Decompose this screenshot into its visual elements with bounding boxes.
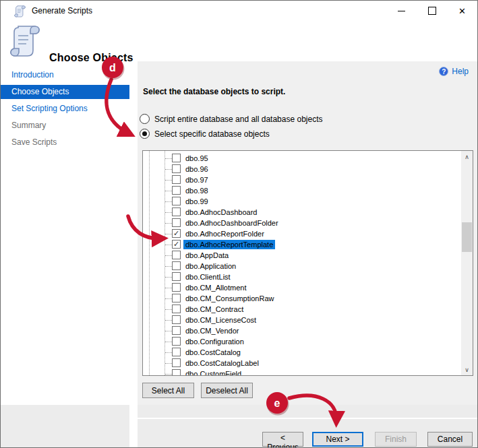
footer-bar: < Previous Next > Finish Cancel: [1, 405, 477, 447]
cancel-button[interactable]: Cancel: [427, 432, 473, 447]
sidebar-item-set-scripting-options[interactable]: Set Scripting Options: [1, 102, 129, 116]
next-button[interactable]: Next >: [312, 432, 363, 447]
tree-connector-stub: [165, 309, 172, 310]
tree-item-row[interactable]: dbo.CostCatalogLabel: [143, 358, 460, 369]
checkbox[interactable]: [172, 218, 181, 227]
tree-item-label: dbo.97: [183, 175, 210, 185]
tree-connector-stub: [165, 223, 172, 224]
checkbox[interactable]: [172, 175, 181, 184]
radio-button[interactable]: [140, 114, 150, 124]
tree-connector-stub: [165, 201, 172, 202]
tree-item-label: dbo.CM_Allotment: [183, 283, 249, 292]
scroll-down-button[interactable]: ∨: [461, 364, 473, 375]
checkbox[interactable]: [172, 294, 181, 302]
radio-option-2[interactable]: Select specific database objects: [140, 129, 270, 139]
tree-connector-stub: [165, 298, 172, 299]
tree-item-row[interactable]: dbo.CM_LicenseCost: [143, 315, 460, 325]
main-panel: ? Help Select the database objects to sc…: [138, 61, 477, 405]
sidebar-item-introduction[interactable]: Introduction: [1, 68, 129, 82]
checkbox[interactable]: ✓: [172, 229, 181, 238]
tree-item-row[interactable]: dbo.ClientList: [143, 271, 460, 282]
tree-connector-stub: [165, 212, 172, 213]
help-link[interactable]: ? Help: [439, 67, 469, 76]
help-label: Help: [452, 67, 469, 76]
tree-item-row[interactable]: dbo.CostCatalog: [143, 347, 460, 358]
tree-item-label: dbo.95: [183, 154, 210, 163]
tree-connector-stub: [165, 234, 172, 234]
tree-item-row[interactable]: dbo.AppData: [143, 250, 460, 261]
tree-item-label: dbo.96: [183, 164, 210, 174]
checkbox[interactable]: [172, 358, 181, 367]
tree-item-label: dbo.AdhocReportTemplate: [183, 240, 275, 249]
scroll-page-icon: [9, 23, 40, 58]
checkbox[interactable]: [172, 272, 181, 281]
footer-divider: [138, 418, 477, 419]
select-all-button[interactable]: Select All: [142, 383, 194, 398]
checkbox[interactable]: ✓: [172, 240, 181, 249]
tree-item-label: dbo.ClientList: [183, 272, 233, 282]
tree-connector-stub: [165, 266, 172, 267]
close-button[interactable]: ✕: [447, 1, 477, 21]
tree-item-label: dbo.CostCatalog: [183, 348, 243, 357]
radio-label: Script entire database and all database …: [154, 115, 323, 124]
checkbox[interactable]: [172, 261, 181, 270]
tree-item-label: dbo.CM_ConsumptionRaw: [183, 294, 276, 303]
radio-button[interactable]: [140, 129, 150, 139]
checkbox[interactable]: [172, 305, 181, 313]
tree-item-label: dbo.CostCatalogLabel: [183, 358, 261, 368]
sidebar-item-save-scripts: Save Scripts: [1, 135, 129, 150]
checkbox[interactable]: [172, 154, 181, 162]
checkbox[interactable]: [172, 251, 181, 259]
tree-item-label: dbo.AdhocDashboardFolder: [183, 218, 280, 228]
checkbox[interactable]: [172, 337, 181, 346]
tree-item-label: dbo.Configuration: [183, 337, 246, 346]
database-objects-listbox[interactable]: dbo.95dbo.96dbo.97dbo.98dbo.99dbo.AdhocD…: [142, 150, 473, 376]
checkbox[interactable]: [172, 348, 181, 356]
tree-item-row[interactable]: ✓dbo.AdhocReportFolder: [143, 228, 460, 239]
tree-item-row[interactable]: dbo.CustomField: [143, 369, 460, 376]
tree-item-row[interactable]: dbo.AdhocDashboardFolder: [143, 218, 460, 228]
tree-connector-stub: [165, 352, 172, 353]
instruction-heading: Select the database objects to script.: [143, 87, 285, 96]
tree-item-row[interactable]: dbo.CM_Contract: [143, 304, 460, 315]
tree-item-row[interactable]: dbo.CM_Allotment: [143, 282, 460, 293]
tree-item-row[interactable]: dbo.AdhocDashboard: [143, 207, 460, 218]
maximize-button[interactable]: [417, 1, 447, 21]
previous-button[interactable]: < Previous: [262, 432, 303, 447]
checkbox[interactable]: [172, 326, 181, 335]
checkbox[interactable]: [172, 186, 181, 195]
checkbox[interactable]: [172, 283, 181, 292]
tree-item-row[interactable]: dbo.Configuration: [143, 336, 460, 347]
radio-option-1[interactable]: Script entire database and all database …: [140, 114, 323, 124]
tree-connector-stub: [165, 277, 172, 278]
checkbox[interactable]: [172, 197, 181, 205]
tree-connector-stub: [165, 191, 172, 191]
tree-connector-stub: [165, 374, 172, 375]
tree-item-row[interactable]: dbo.99: [143, 196, 460, 207]
tree-item-row[interactable]: dbo.CM_Vendor: [143, 325, 460, 336]
minimize-button[interactable]: [386, 1, 417, 21]
vertical-scrollbar[interactable]: ∧ ∨: [461, 151, 473, 375]
deselect-all-button[interactable]: Deselect All: [201, 383, 253, 398]
checkbox[interactable]: [172, 315, 181, 324]
tree-item-row[interactable]: dbo.95: [143, 153, 460, 164]
sidebar-item-choose-objects[interactable]: Choose Objects: [1, 85, 129, 99]
tree-item-label: dbo.CustomField: [183, 369, 243, 376]
tree-item-row[interactable]: dbo.98: [143, 185, 460, 196]
tree-item-label: dbo.AdhocReportFolder: [183, 229, 266, 238]
tree-item-row[interactable]: dbo.Application: [143, 261, 460, 271]
tree-item-row[interactable]: ✓dbo.AdhocReportTemplate: [143, 239, 460, 250]
tree-connector-stub: [165, 363, 172, 364]
window-title: Generate Scripts: [32, 6, 92, 15]
checkbox[interactable]: [172, 207, 181, 216]
checkbox[interactable]: [172, 164, 181, 173]
scrollbar-thumb[interactable]: [462, 222, 472, 252]
checkbox[interactable]: [172, 369, 181, 376]
tree-connector-stub: [165, 245, 172, 245]
tree-connector-stub: [165, 288, 172, 288]
wizard-header: Choose Objects: [1, 21, 477, 61]
tree-item-row[interactable]: dbo.96: [143, 164, 460, 174]
tree-item-row[interactable]: dbo.97: [143, 174, 460, 185]
tree-item-row[interactable]: dbo.CM_ConsumptionRaw: [143, 293, 460, 304]
scroll-up-button[interactable]: ∧: [461, 151, 473, 162]
